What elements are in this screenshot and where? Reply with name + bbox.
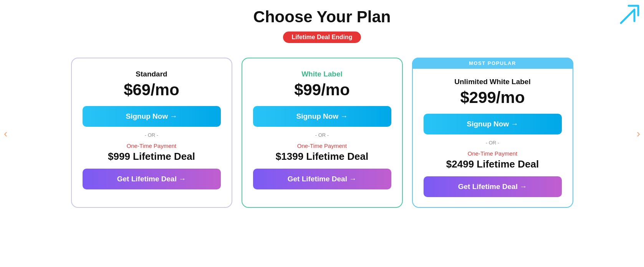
plan-name-unlimited: Unlimited White Label xyxy=(454,78,530,86)
lifetime-price-standard: $999 Lifetime Deal xyxy=(108,151,195,163)
nav-arrow-left[interactable]: ‹ xyxy=(4,128,7,140)
plan-card-unlimited: MOST POPULAR Unlimited White Label $299/… xyxy=(412,58,573,208)
lifetime-price-unlimited: $2499 Lifetime Deal xyxy=(446,158,539,170)
one-time-label-unlimited: One-Time Payment xyxy=(468,150,518,157)
lifetime-deal-badge: Lifetime Deal Ending xyxy=(283,32,361,43)
plan-card-white-label: White Label $99/mo Signup Now → - OR - O… xyxy=(242,58,403,208)
signup-button-white-label[interactable]: Signup Now → xyxy=(253,106,391,127)
signup-button-standard[interactable]: Signup Now → xyxy=(83,106,221,127)
or-divider-standard: - OR - xyxy=(145,132,158,138)
signup-button-unlimited[interactable]: Signup Now → xyxy=(424,114,562,134)
most-popular-banner: MOST POPULAR xyxy=(412,58,573,69)
one-time-label-standard: One-Time Payment xyxy=(127,143,177,149)
lifetime-button-standard[interactable]: Get Lifetime Deal → xyxy=(83,169,221,189)
deco-top-right xyxy=(613,0,644,31)
one-time-label-white-label: One-Time Payment xyxy=(297,143,347,149)
plan-name-white-label: White Label xyxy=(301,70,343,78)
or-divider-unlimited: - OR - xyxy=(486,140,499,146)
page-header: Choose Your Plan Lifetime Deal Ending xyxy=(15,8,629,54)
plan-price-white-label: $99/mo xyxy=(294,81,350,99)
plan-price-unlimited: $299/mo xyxy=(460,88,525,107)
plans-row: Standard $69/mo Signup Now → - OR - One-… xyxy=(69,58,576,208)
plan-card-standard: Standard $69/mo Signup Now → - OR - One-… xyxy=(71,58,232,208)
plan-price-standard: $69/mo xyxy=(124,81,179,99)
lifetime-price-white-label: $1399 Lifetime Deal xyxy=(276,151,368,163)
plan-name-standard: Standard xyxy=(136,70,167,78)
nav-arrow-right[interactable]: › xyxy=(637,128,640,140)
lifetime-button-white-label[interactable]: Get Lifetime Deal → xyxy=(253,169,391,189)
or-divider-white-label: - OR - xyxy=(315,132,329,138)
page-title: Choose Your Plan xyxy=(15,8,629,26)
lifetime-button-unlimited[interactable]: Get Lifetime Deal → xyxy=(424,176,562,197)
